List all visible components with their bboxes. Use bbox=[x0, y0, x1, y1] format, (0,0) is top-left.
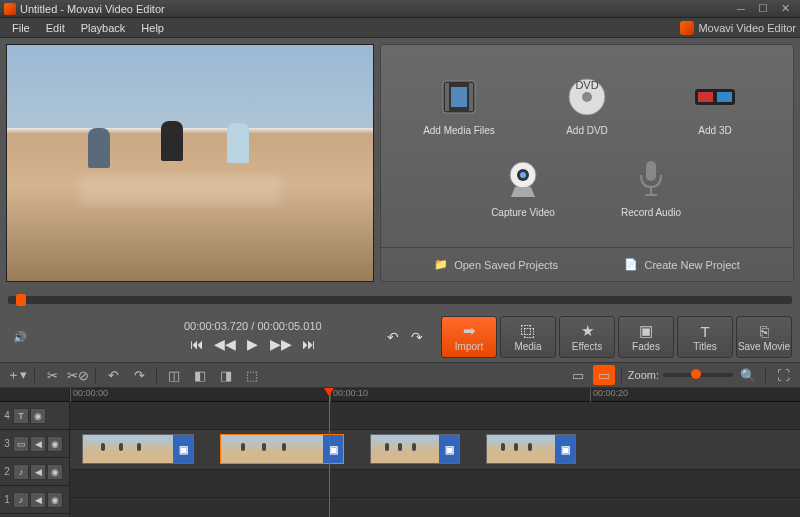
step-back-button[interactable]: ◀◀ bbox=[215, 334, 235, 354]
brand-icon bbox=[680, 21, 694, 35]
clip[interactable]: ▣Water.jpg (0:00:03) bbox=[486, 434, 576, 464]
clip[interactable]: ▣Swimming.jpg (0:00:03) bbox=[370, 434, 460, 464]
minimize-button[interactable]: ─ bbox=[730, 2, 752, 16]
svg-rect-1 bbox=[445, 83, 449, 111]
fullscreen-button[interactable]: ⛶ bbox=[772, 365, 794, 385]
app-icon bbox=[4, 3, 16, 15]
maximize-button[interactable]: ☐ bbox=[752, 2, 774, 16]
svg-point-12 bbox=[520, 172, 526, 178]
track-head-3: 3▭◀◉ bbox=[0, 430, 69, 458]
track-lock[interactable]: ◉ bbox=[47, 436, 63, 452]
titles-icon: T bbox=[700, 322, 709, 340]
track-mute[interactable]: ◉ bbox=[30, 408, 46, 424]
record-button[interactable]: ⬚ bbox=[241, 365, 263, 385]
add-media-button[interactable]: Add Media Files bbox=[420, 73, 498, 137]
step-fwd-button[interactable]: ▶▶ bbox=[271, 334, 291, 354]
add-track-button[interactable]: ＋▾ bbox=[6, 365, 28, 385]
save-icon: ⎘ bbox=[760, 322, 769, 340]
track-4[interactable] bbox=[70, 402, 800, 430]
tab-effects[interactable]: ★Effects bbox=[559, 316, 615, 358]
add-dvd-button[interactable]: DVD Add DVD bbox=[548, 73, 626, 137]
capture-video-button[interactable]: Capture Video bbox=[484, 155, 562, 219]
tab-fades[interactable]: ▣Fades bbox=[618, 316, 674, 358]
track-2[interactable] bbox=[70, 470, 800, 498]
tab-import[interactable]: ➡Import bbox=[441, 316, 497, 358]
zoom-slider[interactable] bbox=[663, 373, 733, 377]
titlebar: Untitled - Movavi Video Editor ─ ☐ ✕ bbox=[0, 0, 800, 18]
track-type-audio[interactable]: ♪ bbox=[13, 492, 29, 508]
track-head-2: 2♪◀◉ bbox=[0, 458, 69, 486]
track-lock[interactable]: ◉ bbox=[47, 492, 63, 508]
tab-media[interactable]: ⿻Media bbox=[500, 316, 556, 358]
svg-rect-2 bbox=[469, 83, 473, 111]
window-title: Untitled - Movavi Video Editor bbox=[20, 3, 730, 15]
menu-edit[interactable]: Edit bbox=[38, 20, 73, 36]
webcam-icon bbox=[499, 155, 547, 203]
import-panel: Add Media Files DVD Add DVD Add 3D bbox=[380, 44, 794, 282]
svg-rect-9 bbox=[717, 92, 732, 102]
seek-thumb[interactable] bbox=[16, 294, 26, 306]
zoom-fit-button[interactable]: 🔍 bbox=[737, 365, 759, 385]
brand-label: Movavi Video Editor bbox=[680, 21, 796, 35]
track-type-video[interactable]: ▭ bbox=[13, 436, 29, 452]
rotate-right-button[interactable]: ↷ bbox=[128, 365, 150, 385]
track-lock[interactable]: ◉ bbox=[47, 464, 63, 480]
next-button[interactable]: ⏭ bbox=[299, 334, 319, 354]
glasses-3d-icon bbox=[691, 73, 739, 121]
folder-icon: 📁 bbox=[434, 258, 448, 271]
track-headers: 4T◉ 3▭◀◉ 2♪◀◉ 1♪◀◉ bbox=[0, 388, 70, 517]
media-icon: ⿻ bbox=[521, 322, 536, 340]
view-mode-2[interactable]: ▭ bbox=[593, 365, 615, 385]
track-vis[interactable]: ◀ bbox=[30, 464, 46, 480]
time-ruler[interactable]: 00:00:00 00:00:10 00:00:20 bbox=[70, 388, 800, 402]
clip[interactable]: ▣1.mp4 (0:00:03) bbox=[82, 434, 194, 464]
svg-text:DVD: DVD bbox=[575, 79, 598, 91]
redo-button[interactable]: ↷ bbox=[407, 327, 427, 347]
menu-playback[interactable]: Playback bbox=[73, 20, 134, 36]
undo-button[interactable]: ↶ bbox=[383, 327, 403, 347]
svg-point-5 bbox=[582, 92, 592, 102]
playhead[interactable] bbox=[329, 388, 330, 517]
color-button[interactable]: ◧ bbox=[189, 365, 211, 385]
document-icon: 📄 bbox=[624, 258, 638, 271]
fades-icon: ▣ bbox=[639, 322, 653, 340]
add-3d-button[interactable]: Add 3D bbox=[676, 73, 754, 137]
zoom-thumb[interactable] bbox=[691, 369, 701, 379]
create-new-button[interactable]: 📄 Create New Project bbox=[624, 258, 739, 271]
tab-save[interactable]: ⎘Save Movie bbox=[736, 316, 792, 358]
preview-frame bbox=[7, 45, 373, 281]
prev-button[interactable]: ⏮ bbox=[187, 334, 207, 354]
track-head-1: 1♪◀◉ bbox=[0, 486, 69, 514]
open-saved-button[interactable]: 📁 Open Saved Projects bbox=[434, 258, 558, 271]
track-3[interactable]: ▣1.mp4 (0:00:03)▣Summer.mp4 (0:00:05)▣Sw… bbox=[70, 430, 800, 470]
clip[interactable]: ▣Summer.mp4 (0:00:05) bbox=[220, 434, 344, 464]
record-audio-button[interactable]: Record Audio bbox=[612, 155, 690, 219]
seek-track[interactable] bbox=[8, 296, 792, 304]
view-mode-1[interactable]: ▭ bbox=[567, 365, 589, 385]
menu-help[interactable]: Help bbox=[133, 20, 172, 36]
track-vis[interactable]: ◀ bbox=[30, 492, 46, 508]
track-type-audio[interactable]: ♪ bbox=[13, 464, 29, 480]
play-button[interactable]: ▶ bbox=[243, 334, 263, 354]
seek-bar bbox=[0, 288, 800, 312]
track-vis[interactable]: ◀ bbox=[30, 436, 46, 452]
close-button[interactable]: ✕ bbox=[774, 2, 796, 16]
track-type-text[interactable]: T bbox=[13, 408, 29, 424]
crop-button[interactable]: ◫ bbox=[163, 365, 185, 385]
upper-panel: Add Media Files DVD Add DVD Add 3D bbox=[0, 38, 800, 288]
track-1[interactable] bbox=[70, 498, 800, 517]
timeline: 4T◉ 3▭◀◉ 2♪◀◉ 1♪◀◉ 00:00:00 00:00:10 00:… bbox=[0, 388, 800, 517]
zoom-label: Zoom: bbox=[628, 369, 659, 381]
audio-button[interactable]: ◨ bbox=[215, 365, 237, 385]
video-preview[interactable] bbox=[6, 44, 374, 282]
dvd-icon: DVD bbox=[563, 73, 611, 121]
cut-button[interactable]: ✂ bbox=[41, 365, 63, 385]
film-icon bbox=[435, 73, 483, 121]
tab-titles[interactable]: TTitles bbox=[677, 316, 733, 358]
rotate-left-button[interactable]: ↶ bbox=[102, 365, 124, 385]
delete-button[interactable]: ✂⊘ bbox=[67, 365, 89, 385]
timeline-tracks[interactable]: 00:00:00 00:00:10 00:00:20 ▣1.mp4 (0:00:… bbox=[70, 388, 800, 517]
volume-button[interactable]: 🔊 bbox=[8, 325, 32, 349]
import-icon: ➡ bbox=[463, 322, 476, 340]
menu-file[interactable]: File bbox=[4, 20, 38, 36]
